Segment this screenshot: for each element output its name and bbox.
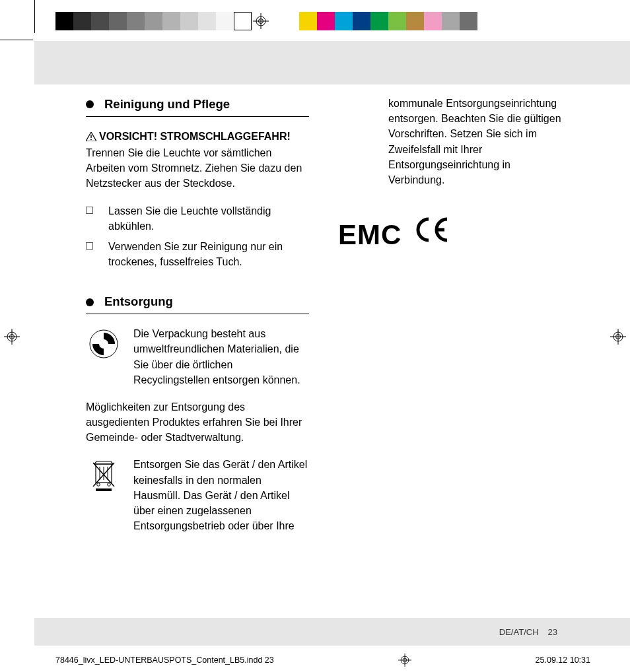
color-swatch: [234, 12, 252, 30]
registration-mark-top: [252, 12, 270, 30]
color-swatch: [109, 12, 127, 30]
color-swatch: [299, 12, 317, 30]
color-swatch: [442, 12, 460, 30]
color-swatch: [162, 12, 180, 30]
svg-rect-23: [96, 488, 112, 491]
weee-text: Entsorgen Sie das Gerät / den Artikel ke…: [133, 457, 309, 533]
bullet-icon: [86, 100, 94, 108]
content-area: Reinigung und Pflege VORSICHT! STROMSCHL…: [86, 96, 561, 613]
ce-mark-icon: [414, 217, 451, 247]
color-swatch: [91, 12, 109, 30]
bullet-icon: [86, 298, 94, 306]
section-header-disposal: Entsorgung: [86, 293, 309, 314]
color-swatch: [370, 12, 388, 30]
color-swatch: [388, 12, 406, 30]
svg-point-19: [97, 483, 100, 487]
slug-date: 25.09.12 10:31: [536, 655, 590, 665]
printer-colorbar: [0, 12, 630, 30]
page: Reinigung und Pflege VORSICHT! STROMSCHL…: [0, 0, 630, 672]
list-item: Lassen Sie die Leuchte vollständig abküh…: [86, 203, 309, 234]
registration-mark-left: [4, 329, 20, 347]
svg-point-13: [90, 139, 92, 140]
color-swatch: [406, 12, 424, 30]
continuation-para: kommunale Entsorgungseinrichtung entsorg…: [338, 96, 561, 187]
warning-triangle-icon: [86, 130, 96, 145]
header-band: [34, 41, 630, 84]
green-dot-icon: [86, 326, 122, 362]
warning-bold: VORSICHT! STROMSCHLAGGEFAHR!: [99, 131, 291, 142]
registration-mark-bottom: [398, 654, 411, 667]
svg-point-20: [108, 483, 111, 487]
color-swatch: [353, 12, 370, 30]
color-swatch: [198, 12, 216, 30]
slug-file: 78446_livx_LED-UNTERBAUSPOTS_Content_LB5…: [55, 655, 274, 665]
warning-paragraph: VORSICHT! STROMSCHLAGGEFAHR! Trennen Sie…: [86, 129, 309, 191]
section-title: Reinigung und Pflege: [104, 96, 230, 114]
footer-locale: DE/AT/CH: [499, 627, 539, 637]
color-swatch: [335, 12, 353, 30]
slug-line: 78446_livx_LED-UNTERBAUSPOTS_Content_LB5…: [55, 654, 590, 667]
column-left: Reinigung und Pflege VORSICHT! STROMSCHL…: [86, 96, 309, 545]
footer-page-number: 23: [548, 627, 557, 637]
list-item: Verwenden Sie zur Reinigung nur ein troc…: [86, 239, 309, 269]
column-right: kommunale Entsorgungseinrichtung entsorg…: [338, 96, 561, 545]
section-title: Entsorgung: [104, 293, 173, 311]
emc-label: EMC: [338, 215, 402, 255]
color-swatch: [55, 12, 73, 30]
color-swatch: [424, 12, 442, 30]
instruction-list: Lassen Sie die Leuchte vollständig abküh…: [86, 203, 309, 270]
color-swatch: [460, 12, 477, 30]
weee-block: Entsorgen Sie das Gerät / den Artikel ke…: [86, 457, 309, 533]
warning-text: Trennen Sie die Leuchte vor sämtlichen A…: [86, 147, 302, 189]
section-header-cleaning: Reinigung und Pflege: [86, 96, 309, 117]
disposal-mid-para: Möglichkeiten zur Entsorgung des ausgedi…: [86, 399, 309, 446]
weee-bin-icon: [86, 457, 122, 492]
recycle-block: Die Verpackung besteht aus umweltfreundl…: [86, 326, 309, 387]
color-swatch: [127, 12, 145, 30]
color-swatch: [180, 12, 198, 30]
color-swatch: [73, 12, 91, 30]
grey-swatches: [55, 12, 252, 30]
recycle-text: Die Verpackung besteht aus umweltfreundl…: [133, 326, 309, 387]
color-swatch: [317, 12, 335, 30]
color-swatch: [145, 12, 162, 30]
color-swatch: [216, 12, 234, 30]
footer-band: DE/AT/CH 23: [34, 618, 630, 646]
color-swatches: [299, 12, 477, 30]
registration-mark-right: [610, 329, 626, 347]
